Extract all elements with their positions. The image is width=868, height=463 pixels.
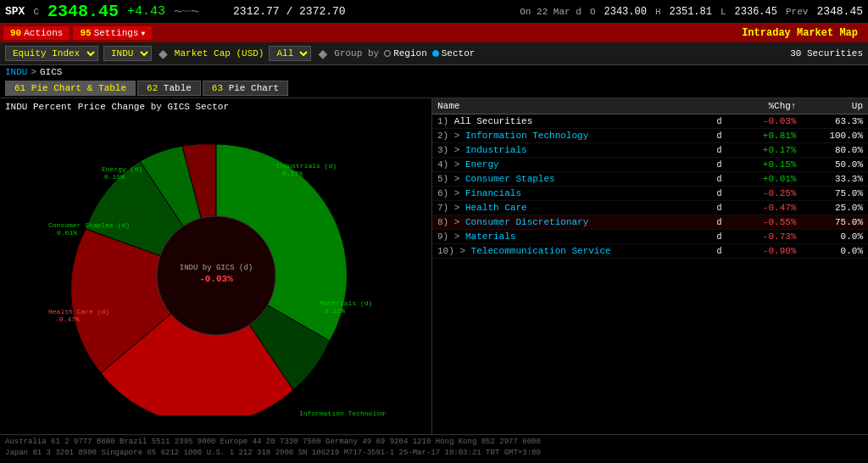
settings-dropdown-icon: ▼ [141, 30, 145, 37]
pie-container: INDU by GICS (d) -0.03% Industrials (d) … [5, 115, 426, 427]
tab-table[interactable]: 62 Table [137, 81, 201, 96]
settings-button[interactable]: 95 Settings ▼ [73, 26, 152, 40]
cell-row-num: 2) > Information Technology [432, 129, 712, 143]
breadcrumb-parent[interactable]: INDU [5, 67, 27, 77]
cell-name[interactable]: Financials [465, 188, 521, 198]
header-diamond: ◆ [159, 44, 168, 63]
cell-name[interactable]: Materials [465, 232, 515, 242]
svg-text:0.01%: 0.01% [57, 229, 77, 237]
col-header-pct: %Chg↑ [735, 98, 802, 114]
main-content: INDU Percent Price Change by GICS Sector [0, 98, 868, 434]
mktcap-label: Market Cap (USD) [175, 48, 264, 59]
cell-pct: +0.81% [735, 129, 802, 143]
svg-text:INDU by GICS (d): INDU by GICS (d) [179, 264, 252, 272]
cell-up: 25.0% [801, 201, 868, 215]
actions-num: 90 [10, 28, 21, 38]
chart-title: INDU Percent Price Change by GICS Sector [5, 102, 426, 112]
ticker-high: 2351.81 [670, 6, 712, 18]
ticker-high-label: H [655, 7, 661, 17]
pie-chart-svg: INDU by GICS (d) -0.03% Industrials (d) … [47, 127, 386, 416]
cell-indicator: d [712, 187, 735, 201]
svg-text:Industrials (d): Industrials (d) [275, 162, 337, 170]
cell-up: 0.0% [801, 230, 868, 244]
tab-63-num: 63 [212, 83, 223, 93]
cell-indicator: d [712, 143, 735, 158]
cell-pct: +0.15% [735, 158, 802, 172]
svg-text:Health Care (d): Health Care (d) [48, 308, 109, 315]
table-row: 8) > Consumer Discretionaryd-0.55%75.0% [432, 215, 868, 230]
cell-indicator: d [712, 215, 735, 230]
cell-row-num: 7) > Health Care [432, 201, 712, 215]
breadcrumb: INDU > GICS [0, 65, 868, 79]
table-row: 2) > Information Technologyd+0.81%100.0% [432, 129, 868, 143]
cell-row-num: 9) > Materials [432, 230, 712, 244]
cell-pct: -0.90% [735, 244, 802, 259]
table-row: 10) > Telecommunication Serviced-0.90%0.… [432, 244, 868, 259]
cell-indicator: d [712, 172, 735, 187]
cell-name[interactable]: Consumer Staples [465, 174, 555, 184]
cell-up: 33.3% [801, 172, 868, 187]
ticker-prev: 2348.45 [816, 5, 863, 18]
securities-count: 30 Securities [790, 48, 863, 59]
cell-name[interactable]: Health Care [465, 203, 527, 213]
cell-indicator: d [712, 244, 735, 259]
cell-row-num: 8) > Consumer Discretionary [432, 215, 712, 230]
col-header-name: Name [432, 98, 712, 114]
table-body: 1) All Securitiesd-0.03%63.3%2) > Inform… [432, 114, 868, 259]
cell-pct: +0.01% [735, 172, 802, 187]
breadcrumb-current: GICS [40, 67, 62, 77]
cell-pct: +0.17% [735, 143, 802, 158]
cell-pct: -0.73% [735, 230, 802, 244]
svg-text:Consumer Staples (d): Consumer Staples (d) [48, 221, 130, 229]
sector-label: Sector [442, 48, 476, 59]
indu-select[interactable]: INDU [103, 46, 152, 61]
region-radio-dot [384, 50, 391, 57]
tab-pie-chart[interactable]: 63 Pie Chart [203, 81, 288, 96]
sector-radio-dot [432, 50, 439, 57]
cell-indicator: d [712, 129, 735, 143]
col-header-empty [712, 98, 735, 114]
region-radio[interactable]: Region [384, 48, 427, 59]
cell-row-num: 6) > Financials [432, 187, 712, 201]
svg-text:-0.47%: -0.47% [55, 315, 80, 323]
table-row: 1) All Securitiesd-0.03%63.3% [432, 114, 868, 129]
cell-name[interactable]: Energy [465, 159, 499, 170]
cell-row-num: 10) > Telecommunication Service [432, 244, 712, 259]
table-header-row: Name %Chg↑ Up [432, 98, 868, 114]
table-row: 3) > Industrialsd+0.17%80.0% [432, 143, 868, 158]
cell-up: 100.0% [801, 129, 868, 143]
cell-name[interactable]: All Securities [454, 116, 532, 126]
ticker-symbol: SPX [5, 5, 25, 18]
cell-name[interactable]: Consumer Discretionary [465, 217, 588, 227]
cell-name[interactable]: Information Technology [465, 131, 588, 141]
sector-radio[interactable]: Sector [432, 48, 476, 59]
table-row: 9) > Materialsd-0.73%0.0% [432, 230, 868, 244]
cell-up: 80.0% [801, 143, 868, 158]
all-select[interactable]: All [269, 46, 311, 61]
breadcrumb-sep: > [31, 67, 36, 77]
tab-pie-chart-table[interactable]: 61 Pie Chart & Table [5, 81, 136, 96]
tab-62-num: 62 [147, 83, 158, 93]
left-panel: INDU Percent Price Change by GICS Sector [0, 98, 432, 434]
index-select[interactable]: Equity Index [5, 46, 98, 61]
ticker-prev-label: Prev [786, 7, 808, 17]
table-row: 5) > Consumer Staplesd+0.01%33.3% [432, 172, 868, 187]
cell-up: 63.3% [801, 114, 868, 129]
ticker-bar: SPX C 2348.45 +4.43 〜〰〜 2312.77 / 2372.7… [0, 0, 868, 24]
groupby-label: Group by [334, 48, 379, 59]
intraday-label: Intraday Market Map [735, 25, 865, 41]
cell-up: 75.0% [801, 187, 868, 201]
cell-pct: -0.25% [735, 187, 802, 201]
tab-61-num: 61 [14, 83, 25, 93]
table-row: 7) > Health Cared-0.47%25.0% [432, 201, 868, 215]
tab-61-label: Pie Chart & Table [31, 83, 126, 93]
cell-row-num: 1) All Securities [432, 114, 712, 129]
cell-name[interactable]: Telecommunication Service [471, 246, 611, 256]
ticker-sparkline: 〜〰〜 [174, 6, 225, 18]
header-diamond2: ◆ [318, 44, 327, 63]
cell-row-num: 3) > Industrials [432, 143, 712, 158]
actions-button[interactable]: 90 Actions [3, 26, 70, 40]
table-row: 6) > Financialsd-0.25%75.0% [432, 187, 868, 201]
cell-name[interactable]: Industrials [465, 145, 527, 155]
ticker-c-label: C [33, 7, 39, 17]
